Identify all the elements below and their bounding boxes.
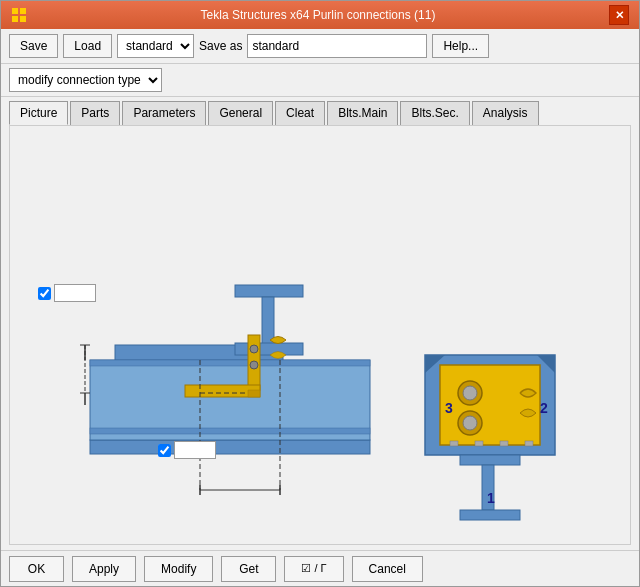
save-as-label: Save as [199,39,242,53]
svg-rect-37 [460,455,520,465]
svg-rect-30 [440,365,540,445]
toolbar-row1: Save Load standard Save as Help... [1,29,639,64]
tabs-bar: Picture Parts Parameters General Cleat B… [1,97,639,125]
connection-type-select[interactable]: modify connection type [9,68,162,92]
svg-rect-2 [12,16,18,22]
footer-buttons: OK Apply Modify Get ☑ / Γ Cancel [1,550,639,586]
cancel-button[interactable]: Cancel [352,556,423,582]
svg-rect-39 [460,510,520,520]
svg-rect-4 [90,440,370,454]
checkbox1-container [38,284,96,302]
modify-button[interactable]: Modify [144,556,213,582]
checkbox1-value[interactable] [54,284,96,302]
svg-point-16 [250,345,258,353]
save-button[interactable]: Save [9,34,58,58]
svg-rect-0 [12,8,18,14]
close-button[interactable]: ✕ [609,5,629,25]
window-title: Tekla Structures x64 Purlin connections … [27,8,609,22]
get-button[interactable]: Get [221,556,276,582]
svg-text:1: 1 [487,490,495,506]
app-icon [11,7,27,23]
svg-rect-45 [500,441,508,446]
tab-general[interactable]: General [208,101,273,125]
title-bar: Tekla Structures x64 Purlin connections … [1,1,639,29]
svg-point-34 [463,416,477,430]
toggle-icon: ☑ / Γ [301,562,326,574]
svg-point-32 [463,386,477,400]
svg-marker-15 [248,390,260,397]
help-button[interactable]: Help... [432,34,489,58]
tab-blts-sec[interactable]: Blts.Sec. [400,101,469,125]
toolbar-row2: modify connection type [1,64,639,97]
tab-parameters[interactable]: Parameters [122,101,206,125]
tab-parts[interactable]: Parts [70,101,120,125]
svg-point-17 [250,361,258,369]
checkbox2-container [158,441,216,459]
tab-blts-main[interactable]: Blts.Main [327,101,398,125]
standard-select[interactable]: standard [117,34,194,58]
ok-button[interactable]: OK [9,556,64,582]
svg-rect-12 [235,343,303,355]
svg-rect-8 [90,360,370,366]
diagram-area: 3 2 1 [10,126,630,544]
svg-text:3: 3 [445,400,453,416]
svg-rect-3 [20,16,26,22]
tab-picture[interactable]: Picture [9,101,68,125]
svg-rect-10 [235,285,303,297]
svg-text:2: 2 [540,400,548,416]
svg-rect-1 [20,8,26,14]
svg-rect-43 [450,441,458,446]
checkbox1[interactable] [38,287,51,300]
main-window: Tekla Structures x64 Purlin connections … [0,0,640,587]
save-as-input[interactable] [247,34,427,58]
main-diagram: 3 2 1 [30,145,610,525]
toggle-button[interactable]: ☑ / Γ [284,556,343,582]
load-button[interactable]: Load [63,34,112,58]
svg-rect-46 [525,441,533,446]
svg-rect-44 [475,441,483,446]
checkbox2[interactable] [158,444,171,457]
checkbox2-value[interactable] [174,441,216,459]
tab-cleat[interactable]: Cleat [275,101,325,125]
svg-rect-9 [90,428,370,434]
apply-button[interactable]: Apply [72,556,136,582]
tab-analysis[interactable]: Analysis [472,101,539,125]
content-area: 3 2 1 [9,125,631,545]
